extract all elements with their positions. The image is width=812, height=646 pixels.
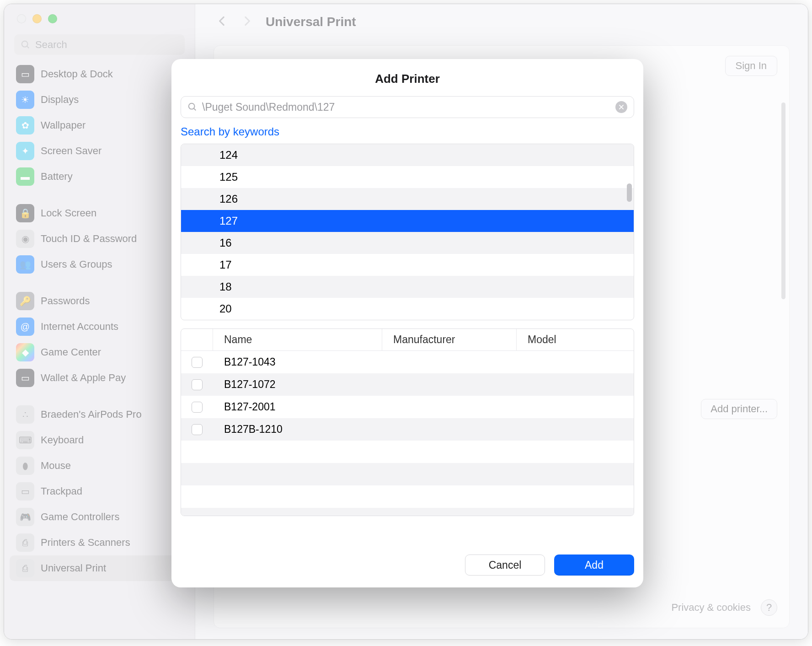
location-label: 126 xyxy=(219,193,238,205)
row-checkbox[interactable] xyxy=(192,424,203,435)
table-row[interactable]: B127-2001 xyxy=(181,396,634,418)
header-manufacturer[interactable]: Manufacturer xyxy=(382,329,517,350)
dialog-search-field[interactable] xyxy=(181,96,634,118)
table-row-empty xyxy=(181,508,634,516)
table-row[interactable]: B127-1043 xyxy=(181,351,634,373)
location-row[interactable]: 17 xyxy=(181,254,634,276)
location-label: 16 xyxy=(219,237,232,249)
table-row[interactable]: B127-1072 xyxy=(181,373,634,396)
location-row[interactable]: 125 xyxy=(181,166,634,188)
location-label: 18 xyxy=(219,280,232,293)
table-row[interactable]: B127B-1210 xyxy=(181,418,634,441)
system-settings-window: Search ▭Desktop & Dock☀Displays✿Wallpape… xyxy=(4,4,808,640)
location-list-scrollbar[interactable] xyxy=(627,183,632,202)
printer-name: B127B-1210 xyxy=(224,423,283,435)
printer-name: B127-1072 xyxy=(224,378,276,390)
printer-name: B127-2001 xyxy=(224,401,276,413)
table-row-empty xyxy=(181,441,634,463)
row-checkbox[interactable] xyxy=(192,357,203,368)
location-row[interactable]: 18 xyxy=(181,276,634,298)
clear-search-icon[interactable] xyxy=(615,101,627,113)
location-row[interactable]: 126 xyxy=(181,188,634,210)
location-label: 125 xyxy=(219,171,238,183)
table-row-empty xyxy=(181,463,634,485)
cancel-button[interactable]: Cancel xyxy=(465,554,545,576)
svg-point-2 xyxy=(189,103,195,109)
row-checkbox[interactable] xyxy=(192,379,203,390)
printer-table-body: B127-1043B127-1072B127-2001B127B-1210 xyxy=(181,351,634,516)
header-model[interactable]: Model xyxy=(517,329,634,350)
location-label: 20 xyxy=(219,302,232,315)
location-list: 12412512612716171820 xyxy=(181,144,634,320)
location-label: 127 xyxy=(219,215,238,227)
location-row[interactable]: 127 xyxy=(181,210,634,232)
header-name[interactable]: Name xyxy=(213,329,382,350)
location-row[interactable]: 20 xyxy=(181,298,634,320)
location-row[interactable]: 124 xyxy=(181,144,634,166)
add-button[interactable]: Add xyxy=(554,554,634,576)
add-printer-dialog: Add Printer Search by keywords 124125126… xyxy=(171,59,643,587)
svg-line-3 xyxy=(194,108,196,111)
dialog-title: Add Printer xyxy=(171,59,643,96)
search-by-keywords-link[interactable]: Search by keywords xyxy=(181,125,634,138)
dialog-search-input[interactable] xyxy=(198,101,615,113)
printer-table-header: Name Manufacturer Model xyxy=(181,329,634,351)
dialog-button-row: Cancel Add xyxy=(171,544,643,587)
row-checkbox[interactable] xyxy=(192,402,203,413)
search-icon xyxy=(187,102,198,112)
location-row[interactable]: 16 xyxy=(181,232,634,254)
table-row-empty xyxy=(181,485,634,508)
printer-name: B127-1043 xyxy=(224,356,276,368)
location-label: 17 xyxy=(219,258,232,271)
printer-table: Name Manufacturer Model B127-1043B127-10… xyxy=(181,328,634,516)
location-label: 124 xyxy=(219,149,238,162)
header-checkbox-col xyxy=(181,329,213,350)
